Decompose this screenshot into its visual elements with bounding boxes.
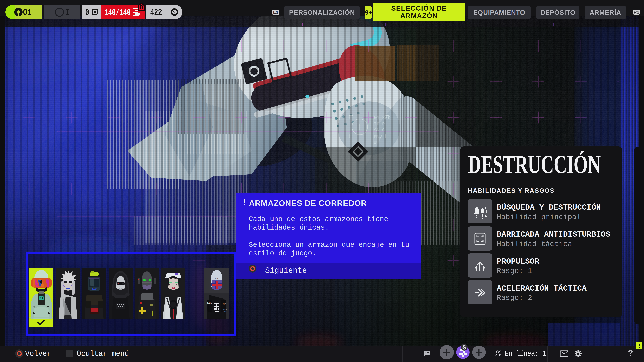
svg-text:A/1: A/1	[215, 277, 218, 280]
svg-text:ESC: ESC	[207, 301, 212, 304]
svg-text:501: 501	[223, 311, 226, 313]
svg-text:0158: 0158	[223, 309, 227, 311]
svg-text:MT.: MT.	[223, 303, 226, 305]
